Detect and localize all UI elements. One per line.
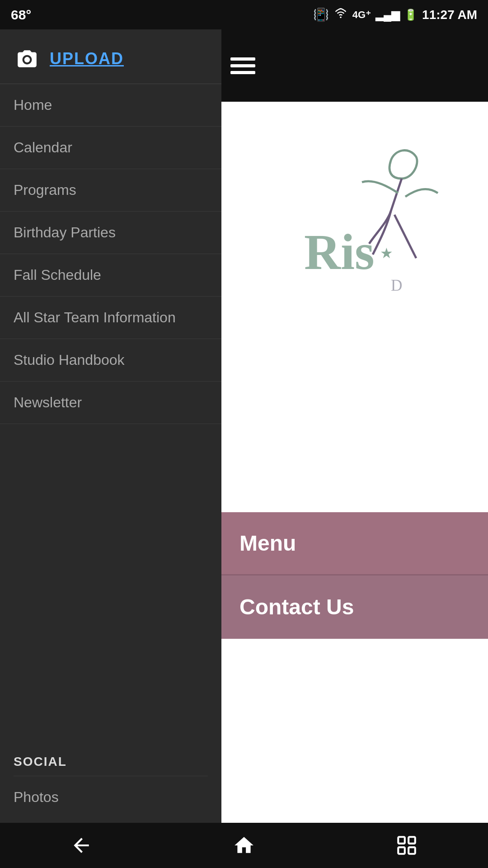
- svg-point-1: [24, 57, 30, 62]
- camera-icon: [14, 47, 41, 70]
- social-item-photos[interactable]: Photos: [14, 776, 208, 818]
- status-icons: 📳 4G⁺ ▂▄▆ 🔋 11:27 AM: [313, 7, 477, 23]
- recent-apps-button[interactable]: [395, 834, 418, 857]
- svg-rect-5: [398, 837, 405, 844]
- hamburger-line-3: [230, 71, 255, 74]
- battery-icon: 🔋: [404, 9, 418, 21]
- social-section: SOCIAL Photos: [0, 745, 221, 823]
- nav-item-home[interactable]: Home: [0, 84, 221, 127]
- sidebar: UPLOAD Home Calendar Programs Birthday P…: [0, 29, 221, 823]
- nav-menu: Home Calendar Programs Birthday Parties …: [0, 84, 221, 745]
- home-button[interactable]: [233, 834, 255, 857]
- svg-text:Ris: Ris: [304, 224, 375, 280]
- nav-item-birthday-parties[interactable]: Birthday Parties: [0, 212, 221, 254]
- hamburger-line-1: [230, 57, 255, 61]
- nav-item-calendar[interactable]: Calendar: [0, 127, 221, 169]
- upload-label[interactable]: UPLOAD: [50, 49, 124, 68]
- svg-text:D: D: [391, 277, 402, 294]
- svg-rect-7: [408, 847, 415, 854]
- signal-bars-icon: ▂▄▆: [375, 9, 399, 21]
- menu-button-label[interactable]: Menu: [239, 531, 296, 556]
- nav-item-programs[interactable]: Programs: [0, 169, 221, 212]
- nav-item-fall-schedule[interactable]: Fall Schedule: [0, 254, 221, 297]
- wifi-icon: [333, 7, 348, 23]
- right-panel: Ris D ★ Menu Contact Us: [221, 29, 488, 823]
- hamburger-menu-icon[interactable]: [230, 57, 255, 74]
- svg-rect-8: [398, 847, 405, 854]
- contact-us-button[interactable]: Contact Us: [221, 576, 488, 639]
- temperature: 68°: [11, 7, 31, 23]
- vibrate-icon: 📳: [313, 7, 329, 22]
- right-header: [221, 29, 488, 102]
- signal-icon: 4G⁺: [352, 9, 371, 21]
- contact-us-label[interactable]: Contact Us: [239, 594, 354, 619]
- nav-item-newsletter[interactable]: Newsletter: [0, 382, 221, 424]
- menu-button[interactable]: Menu: [221, 512, 488, 576]
- content-spacer: [221, 328, 488, 512]
- main-layout: UPLOAD Home Calendar Programs Birthday P…: [0, 29, 488, 823]
- svg-point-0: [340, 17, 342, 19]
- bottom-nav-bar: [0, 823, 488, 868]
- hamburger-line-2: [230, 64, 255, 67]
- svg-rect-6: [408, 837, 415, 844]
- social-label: SOCIAL: [14, 755, 208, 776]
- nav-item-all-star-team[interactable]: All Star Team Information: [0, 297, 221, 339]
- back-button[interactable]: [70, 834, 93, 857]
- status-bar: 68° 📳 4G⁺ ▂▄▆ 🔋 11:27 AM: [0, 0, 488, 29]
- nav-item-studio-handbook[interactable]: Studio Handbook: [0, 339, 221, 382]
- svg-text:★: ★: [380, 245, 393, 261]
- upload-section[interactable]: UPLOAD: [0, 29, 221, 84]
- time: 11:27 AM: [422, 8, 477, 22]
- bottom-spacer: [221, 639, 488, 823]
- logo-area: Ris D ★: [221, 102, 488, 328]
